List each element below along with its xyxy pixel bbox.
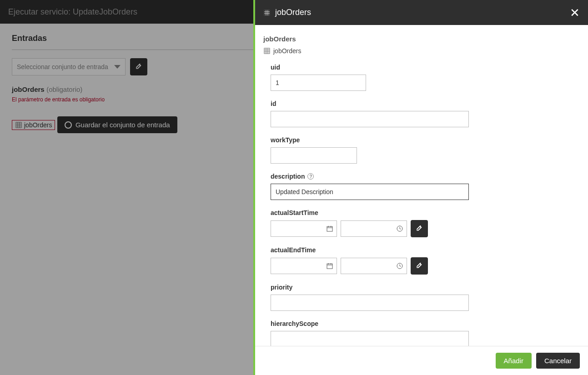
svg-rect-10 [264,48,270,54]
close-icon[interactable]: ✕ [570,7,580,19]
hierarchyscope-input[interactable] [271,331,469,346]
panel-header: jobOrders ✕ [255,0,588,25]
actualstarttime-label: actualStartTime [271,209,574,216]
svg-line-28 [400,266,401,266]
breadcrumb-item-label: jobOrders [273,47,301,55]
actualendtime-label: actualEndTime [271,246,574,254]
svg-rect-22 [327,264,332,269]
hierarchyscope-label: hierarchyScope [271,320,574,327]
calendar-icon [326,225,333,232]
svg-line-21 [400,229,401,229]
clock-icon [396,225,403,232]
panel-body: jobOrders jobOrders uid id workType desc… [255,25,588,346]
breadcrumb-item: jobOrders [263,47,574,55]
cancel-button[interactable]: Cancelar [536,353,580,369]
add-button[interactable]: Añadir [496,353,532,369]
job-orders-panel: jobOrders ✕ jobOrders jobOrders uid id w… [253,0,588,375]
clear-actualendtime-button[interactable] [411,257,428,275]
table-icon [263,9,271,16]
breadcrumb-top: jobOrders [263,35,574,43]
worktype-input[interactable] [271,147,357,164]
svg-rect-15 [327,226,332,231]
uid-input[interactable] [271,75,366,91]
calendar-icon [326,262,333,270]
description-input[interactable] [271,184,469,200]
priority-input[interactable] [271,295,469,311]
panel-title: jobOrders [275,8,311,17]
worktype-label: workType [271,136,574,144]
id-input[interactable] [271,111,469,127]
clock-icon [396,262,403,270]
table-icon [263,47,271,55]
id-label: id [271,100,574,107]
description-label: description [271,173,305,180]
svg-rect-5 [264,10,270,15]
eraser-icon [416,225,423,232]
help-icon[interactable]: ? [307,173,314,180]
eraser-icon [416,262,423,270]
priority-label: priority [271,284,574,291]
panel-footer: Añadir Cancelar [255,346,588,375]
uid-label: uid [271,64,574,71]
clear-actualstarttime-button[interactable] [411,220,428,237]
